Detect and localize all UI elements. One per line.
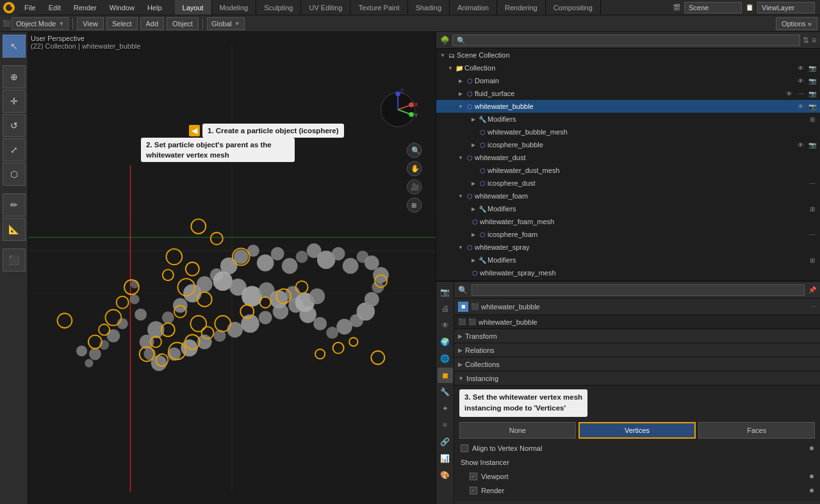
whitewater-bubble-row[interactable]: ▼ ⬡ whitewater_bubble 👁 📷 (436, 100, 820, 113)
whitewater-bubble-render-icon[interactable]: 📷 (807, 101, 817, 111)
menu-window[interactable]: Window (103, 0, 141, 15)
workspace-tab-animation[interactable]: Animation (450, 0, 497, 15)
whitewater-bubble-vis-icon[interactable]: 👁 (796, 101, 806, 111)
outliner-settings-icon[interactable]: ≡ (812, 36, 816, 45)
bubble-mesh-row[interactable]: ⬡ whitewater_bubble_mesh (436, 126, 820, 138)
transform-tool-button[interactable]: ⬡ (3, 163, 26, 186)
move-tool-button[interactable]: ✛ (3, 90, 26, 113)
workspace-tab-rendering[interactable]: Rendering (497, 0, 546, 15)
modifiers-foam-vis-icon[interactable]: ⊞ (807, 204, 817, 214)
add-cube-tool-button[interactable]: ⬛ (3, 248, 26, 272)
collection-render-icon[interactable]: 📷 (807, 63, 817, 73)
collections-section-header[interactable]: ▶ Collections (454, 357, 820, 371)
object-name-pin-icon[interactable]: ⋯ (810, 304, 816, 310)
scene-name-input[interactable] (684, 2, 742, 13)
props-particles-icon[interactable]: ✦ (438, 401, 453, 416)
whitewater-dust-row[interactable]: ▼ ⬡ whitewater_dust (436, 151, 820, 164)
domain-row[interactable]: ▶ ⬡ Domain 👁 📷 (436, 74, 820, 87)
modifiers-spray-vis-icon[interactable]: ⊞ (807, 255, 817, 265)
fluid-surface-vis-icon[interactable]: 👁 (784, 88, 794, 99)
fluid-surface-row[interactable]: ▶ ⬡ fluid_surface 👁 ⋯ 📷 (436, 87, 820, 100)
props-world-icon[interactable]: 🌐 (438, 351, 453, 366)
instancing-faces-button[interactable]: Faces (698, 422, 815, 439)
props-object-icon[interactable]: ◼ (438, 368, 453, 383)
blender-logo-icon[interactable] (0, 0, 18, 15)
icosphere-bubble-render-icon[interactable]: 📷 (807, 140, 817, 150)
properties-pin-icon[interactable]: 📌 (808, 286, 816, 293)
modifiers-spray-row[interactable]: ▶ 🔧 Modifiers ⊞ (436, 254, 820, 266)
props-constraints-icon[interactable]: 🔗 (438, 434, 453, 450)
options-button[interactable]: Options » (776, 17, 817, 30)
menu-render[interactable]: Render (67, 0, 103, 15)
dust-mesh-row[interactable]: ⬡ whitewater_dust_mesh (436, 164, 820, 177)
props-scene-icon[interactable]: 🌍 (438, 334, 453, 350)
annotate-tool-button[interactable]: ✏ (3, 193, 26, 216)
transform-section-header[interactable]: ▶ Transform (454, 329, 820, 343)
props-physics-icon[interactable]: ⚛ (438, 418, 453, 433)
scene-collection-row[interactable]: ▼ 🗂 Scene Collection (436, 49, 820, 61)
motion-paths-section-header[interactable]: ▶ Motion Paths (454, 501, 820, 505)
scale-tool-button[interactable]: ⤢ (3, 138, 26, 161)
global-dropdown[interactable]: Global ▼ (207, 17, 245, 30)
domain-render-icon[interactable]: 📷 (807, 76, 817, 86)
menu-help[interactable]: Help (141, 0, 168, 15)
relations-section-header[interactable]: ▶ Relations (454, 343, 820, 357)
instancing-none-button[interactable]: None (459, 422, 576, 439)
workspace-tab-layout[interactable]: Layout (175, 0, 212, 15)
measure-tool-button[interactable]: 📐 (3, 218, 26, 241)
rotate-tool-button[interactable]: ↺ (3, 114, 26, 137)
outliner-search-input[interactable] (452, 35, 800, 46)
icosphere-foam-row[interactable]: ▶ ⬡ icosphere_foam ⋯ (436, 228, 820, 241)
spray-mesh-row[interactable]: ⬡ whitewater_spray_mesh (436, 266, 820, 279)
props-render-icon[interactable]: 📷 (438, 284, 453, 300)
object-mode-dropdown[interactable]: Object Mode ▼ (12, 17, 69, 30)
object-type-icon: ◼ (458, 302, 468, 312)
viewport-checkbox[interactable] (470, 473, 477, 480)
props-material-icon[interactable]: 🎨 (438, 467, 453, 483)
props-modifier-icon[interactable]: 🔧 (438, 384, 453, 400)
viewport-3d[interactable]: User Perspective (22) Collection | white… (28, 32, 436, 504)
instancing-arrow-icon: ▼ (458, 375, 464, 382)
render-checkbox[interactable] (470, 487, 477, 494)
icosphere-bubble-vis-icon[interactable]: 👁 (796, 140, 806, 150)
workspace-tab-modeling[interactable]: Modeling (212, 0, 257, 15)
whitewater-dust-icon: ⬡ (464, 152, 475, 163)
collection-row[interactable]: ▼ 📁 Collection 👁 📷 (436, 61, 820, 74)
whitewater-foam-row[interactable]: ▼ ⬡ whitewater_foam (436, 190, 820, 202)
icosphere-dust-row[interactable]: ▶ ⬡ icosphere_dust ⋯ (436, 177, 820, 190)
object-button[interactable]: Object (167, 17, 199, 30)
domain-vis-icon[interactable]: 👁 (796, 76, 806, 86)
props-data-icon[interactable]: 📊 (438, 451, 453, 466)
align-vertex-normal-checkbox[interactable] (461, 444, 468, 452)
menu-file[interactable]: File (18, 0, 42, 15)
outliner-filter-icon[interactable]: ⇅ (803, 36, 809, 45)
view-layer-input[interactable] (757, 2, 815, 13)
foam-mesh-row[interactable]: ⬡ whitewater_foam_mesh (436, 215, 820, 228)
whitewater-spray-row[interactable]: ▼ ⬡ whitewater_spray (436, 241, 820, 254)
workspace-tab-texture[interactable]: Texture Paint (350, 0, 407, 15)
collection-vis-icon[interactable]: 👁 (796, 63, 806, 73)
workspace-tab-compositing[interactable]: Compositing (546, 0, 601, 15)
object-mode-selector[interactable]: ⬛ Object Mode ▼ (3, 17, 69, 30)
props-view-icon[interactable]: 👁 (438, 318, 453, 333)
view-button[interactable]: View (77, 17, 104, 30)
add-button[interactable]: Add (140, 17, 165, 30)
menu-edit[interactable]: Edit (42, 0, 67, 15)
modifiers-bubble-vis-icon[interactable]: ⊞ (807, 114, 817, 124)
select-tool-button[interactable]: ↖ (3, 35, 26, 58)
instancing-vertices-button[interactable]: Vertices (578, 422, 696, 439)
cursor-tool-button[interactable]: ⊕ (3, 65, 26, 88)
icosphere-bubble-row[interactable]: ▶ ⬡ icosphere_bubble 👁 📷 (436, 138, 820, 151)
fluid-surface-render-icon[interactable]: 📷 (807, 88, 817, 99)
workspace-tab-sculpting[interactable]: Sculpting (256, 0, 301, 15)
workspace-tab-shading[interactable]: Shading (408, 0, 450, 15)
workspace-tab-uv[interactable]: UV Editing (301, 0, 350, 15)
props-output-icon[interactable]: 🖨 (438, 301, 453, 316)
icosphere-spray-row[interactable]: ▶ ⬡ icosphere_spray ⋯ (436, 279, 820, 280)
viewport-canvas[interactable]: X Y Z 🔍 ✋ 🎥 ⊞ (28, 32, 436, 504)
modifiers-bubble-row[interactable]: ▶ 🔧 Modifiers ⊞ (436, 113, 820, 126)
properties-search-input[interactable] (472, 284, 805, 296)
select-button[interactable]: Select (106, 17, 138, 30)
modifiers-foam-row[interactable]: ▶ 🔧 Modifiers ⊞ (436, 202, 820, 215)
instancing-section-header[interactable]: ▼ Instancing (454, 371, 820, 386)
